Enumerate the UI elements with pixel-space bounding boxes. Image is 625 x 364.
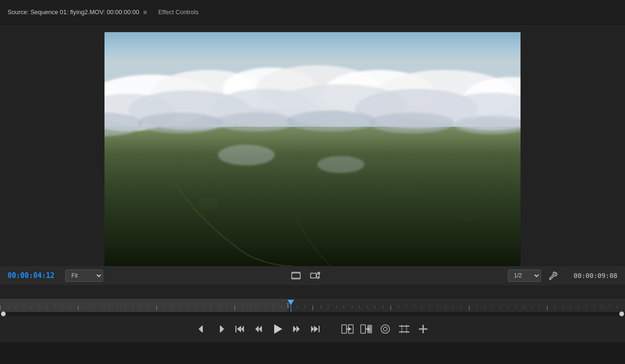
svg-rect-24 (388, 183, 412, 198)
svg-rect-29 (295, 272, 295, 274)
tick-mark (609, 305, 610, 308)
step-forward-icon (291, 325, 302, 333)
mark-out-icon (217, 325, 225, 333)
svg-rect-27 (293, 272, 294, 274)
svg-rect-37 (202, 326, 203, 332)
svg-marker-44 (255, 326, 259, 332)
step-forward-button[interactable] (288, 321, 305, 338)
svg-rect-25 (459, 212, 476, 221)
tick-mark (570, 305, 571, 308)
svg-rect-1 (104, 127, 521, 266)
source-tab-menu-icon[interactable]: ≡ (143, 9, 147, 16)
svg-point-6 (322, 70, 435, 117)
overwrite-button[interactable] (358, 321, 375, 338)
play-button[interactable] (269, 321, 286, 338)
tick-mark (344, 305, 344, 308)
svg-rect-32 (296, 277, 297, 279)
tick-mark (477, 305, 477, 308)
mark-out-button[interactable] (212, 321, 229, 338)
tick-mark (453, 305, 453, 308)
handle-right[interactable] (619, 312, 624, 316)
playhead[interactable] (287, 299, 294, 312)
svg-point-22 (317, 156, 365, 173)
tick-mark (16, 305, 16, 308)
settings-button[interactable] (547, 269, 560, 282)
tick-mark (336, 305, 337, 308)
tick-mark (242, 305, 243, 308)
svg-point-35 (555, 273, 556, 275)
svg-point-3 (152, 70, 265, 117)
tick-mark (102, 305, 102, 308)
effect-controls-tab[interactable]: Effect Controls (158, 9, 199, 16)
tick-mark (422, 305, 422, 308)
tick-mark (164, 305, 165, 308)
go-to-in-icon (234, 325, 245, 333)
tick-mark (125, 305, 125, 308)
timeline-area (0, 299, 625, 316)
go-to-in-button[interactable] (231, 321, 248, 338)
trim-icon (398, 324, 410, 334)
insert-button[interactable] (339, 321, 356, 338)
tick-mark (399, 305, 399, 308)
mark-in-button[interactable] (193, 321, 210, 338)
tick-mark (39, 305, 40, 308)
zoom-select[interactable]: Fit 25% 50% 75% 100% (65, 269, 103, 282)
add-button[interactable] (415, 321, 432, 338)
film-strip-button[interactable] (289, 269, 303, 282)
tick-mark (586, 305, 586, 308)
svg-point-7 (374, 70, 516, 122)
handle-left[interactable] (1, 312, 6, 316)
tick-mark (391, 305, 391, 310)
svg-point-21 (218, 145, 275, 165)
tick-mark (250, 305, 251, 308)
tick-mark (367, 305, 368, 308)
go-to-out-button[interactable] (307, 321, 324, 338)
svg-rect-48 (319, 326, 320, 332)
svg-point-5 (256, 65, 379, 111)
multicam-button[interactable] (308, 269, 321, 282)
tick-mark (500, 305, 501, 308)
tick-mark (109, 305, 110, 308)
svg-point-20 (454, 115, 521, 134)
tick-mark (304, 305, 305, 308)
play-icon (272, 323, 283, 335)
resolution-select[interactable]: 1/2 Full 1/4 1/8 (508, 269, 541, 282)
tick-mark (563, 305, 563, 308)
tick-mark (172, 305, 173, 308)
timecode-current[interactable]: 00:00:04:12 (8, 271, 60, 280)
tick-mark (547, 305, 547, 310)
tick-mark (195, 305, 196, 308)
tick-mark (94, 305, 94, 308)
tick-mark (523, 305, 524, 308)
tick-mark (188, 305, 188, 308)
tick-marks-container (0, 305, 625, 312)
playhead-line (291, 305, 291, 312)
tick-mark (485, 305, 485, 308)
tick-mark (352, 305, 352, 308)
svg-rect-28 (293, 277, 294, 279)
tick-mark (0, 305, 0, 310)
source-tab[interactable]: Source: Sequence 01: flying2.MOV: 00:00:… (8, 9, 147, 16)
multicam-icon (310, 271, 320, 280)
export-frame-button[interactable] (377, 321, 394, 338)
tick-mark (492, 305, 493, 308)
tick-mark (321, 305, 321, 308)
step-back-button[interactable] (250, 321, 267, 338)
work-marker (287, 303, 288, 308)
svg-point-11 (213, 89, 317, 127)
svg-point-9 (104, 94, 175, 131)
svg-point-15 (104, 113, 142, 136)
trim-button[interactable] (396, 321, 413, 338)
svg-rect-33 (298, 272, 299, 274)
svg-marker-46 (293, 326, 296, 332)
svg-point-2 (104, 75, 218, 127)
tick-mark (62, 305, 63, 308)
scrubber-bar[interactable] (0, 299, 625, 312)
tick-mark (86, 305, 87, 308)
tick-mark (601, 305, 602, 308)
tick-mark (281, 305, 282, 308)
header-bar: Source: Sequence 01: flying2.MOV: 00:00:… (0, 0, 625, 25)
tick-mark (383, 305, 383, 308)
overwrite-icon (360, 324, 373, 334)
tick-mark (203, 305, 204, 308)
